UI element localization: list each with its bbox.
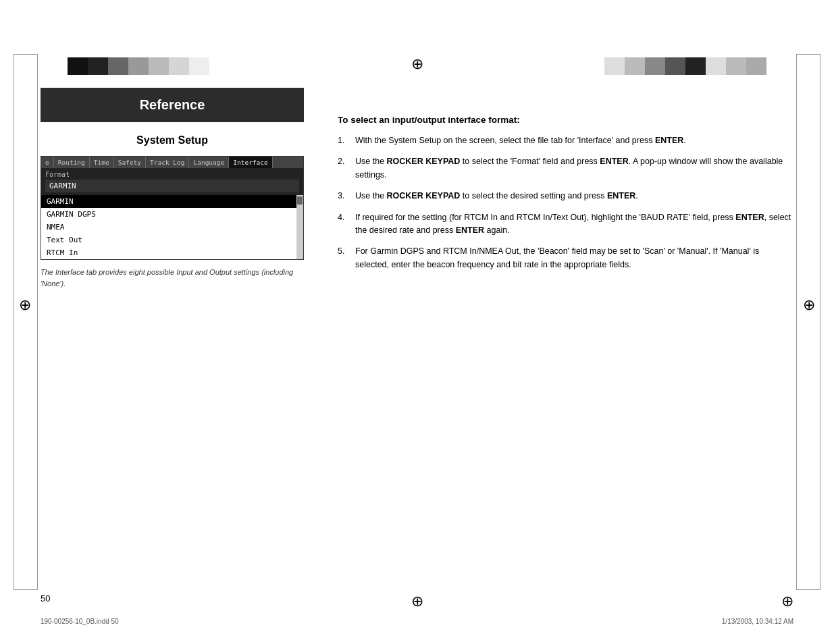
color-block <box>189 57 209 75</box>
bold-enter: ENTER <box>735 213 764 222</box>
corner-mark <box>797 54 820 55</box>
gps-dropdown-container: GARMIN GARMIN DGPS NMEA Text Out RTCM In <box>41 195 303 259</box>
reference-title: Reference <box>140 97 205 112</box>
gps-dropdown-list: GARMIN GARMIN DGPS NMEA Text Out RTCM In <box>41 195 296 259</box>
step-text: With the System Setup on the screen, sel… <box>355 134 793 147</box>
step-text: Use the ROCKER KEYPAD to select the 'For… <box>355 155 793 182</box>
top-color-strip-right <box>604 57 766 75</box>
gps-dd-item-garmin-dgps: GARMIN DGPS <box>41 208 296 221</box>
list-item-3: 3. Use the ROCKER KEYPAD to select the d… <box>338 190 793 203</box>
step-text: If required for the setting (for RTCM In… <box>355 211 793 238</box>
bold-rocker-keypad: ROCKER KEYPAD <box>387 157 461 166</box>
gps-scrollbar <box>296 195 303 259</box>
system-setup-title: System Setup <box>41 134 304 146</box>
footer-left: 190-00256-10_0B.indd 50 <box>41 618 119 625</box>
gps-dd-item-text-out: Text Out <box>41 234 296 246</box>
corner-mark <box>14 54 37 55</box>
gps-screen-caption: The Interface tab provides eight possibl… <box>41 267 304 289</box>
color-block <box>149 57 169 75</box>
corner-mark <box>797 589 820 590</box>
footer-right: 1/13/2003, 10:34:12 AM <box>722 618 793 625</box>
bold-enter: ENTER <box>600 157 628 166</box>
list-item-2: 2. Use the ROCKER KEYPAD to select the '… <box>338 155 793 182</box>
gps-field-label: Format <box>41 168 303 180</box>
section-heading: To select an input/output interface form… <box>338 115 793 125</box>
gps-tab-e: e <box>41 157 54 168</box>
color-block <box>88 57 108 75</box>
gps-field-value: GARMIN <box>45 180 299 192</box>
bold-enter: ENTER <box>655 136 683 145</box>
color-block <box>625 57 645 75</box>
crosshair-top-center: ⊕ <box>411 55 423 73</box>
crosshair-bottom-center: ⊕ <box>411 593 423 610</box>
step-number: 5. <box>338 245 350 271</box>
gps-tab-language: Language <box>189 157 229 168</box>
bold-enter: ENTER <box>456 225 484 235</box>
color-block <box>665 57 685 75</box>
gps-tab-interface: Interface <box>229 157 272 168</box>
color-block <box>108 57 128 75</box>
left-column: Reference System Setup e Routing Time Sa… <box>41 88 304 289</box>
gps-dd-item-rtcm-in: RTCM In <box>41 246 296 259</box>
step-number: 4. <box>338 211 350 238</box>
color-block <box>726 57 746 75</box>
step-number: 1. <box>338 134 350 147</box>
right-column: To select an input/output interface form… <box>338 115 793 279</box>
corner-mark <box>14 589 37 590</box>
scrollbar-thumb <box>297 196 303 205</box>
step-number: 3. <box>338 190 350 203</box>
color-block <box>706 57 726 75</box>
list-item-1: 1. With the System Setup on the screen, … <box>338 134 793 147</box>
gps-dd-item-garmin: GARMIN <box>41 195 296 208</box>
color-block <box>169 57 189 75</box>
gps-tab-time: Time <box>90 157 114 168</box>
bold-enter: ENTER <box>607 191 635 200</box>
margin-line <box>14 54 14 590</box>
list-item-5: 5. For Garmin DGPS and RTCM In/NMEA Out,… <box>338 245 793 271</box>
margin-line <box>37 54 38 590</box>
list-item-4: 4. If required for the setting (for RTCM… <box>338 211 793 238</box>
color-block <box>604 57 625 75</box>
top-color-strip-left <box>68 57 209 75</box>
step-text: For Garmin DGPS and RTCM In/NMEA Out, th… <box>355 245 793 271</box>
reference-box: Reference <box>41 88 304 122</box>
gps-tab-tracklog: Track Log <box>146 157 189 168</box>
gps-screen: e Routing Time Safety Track Log Language… <box>41 156 304 260</box>
margin-line <box>820 54 820 590</box>
gps-tab-safety: Safety <box>114 157 146 168</box>
page-number: 50 <box>41 593 50 603</box>
instructions-list: 1. With the System Setup on the screen, … <box>338 134 793 271</box>
color-block <box>68 57 88 75</box>
gps-tabs: e Routing Time Safety Track Log Language… <box>41 157 303 168</box>
crosshair-left: ⊕ <box>19 296 31 314</box>
crosshair-right: ⊕ <box>803 296 815 314</box>
page: ⊕ Reference System Setup e Routing Time … <box>0 0 834 644</box>
step-text: Use the ROCKER KEYPAD to select the desi… <box>355 190 793 203</box>
gps-tab-routing: Routing <box>54 157 90 168</box>
crosshair-bottom-right: ⊕ <box>781 593 793 610</box>
bold-rocker-keypad: ROCKER KEYPAD <box>387 191 461 200</box>
color-block <box>128 57 149 75</box>
color-block <box>685 57 706 75</box>
color-block <box>645 57 665 75</box>
gps-dd-item-nmea: NMEA <box>41 221 296 234</box>
margin-line <box>796 54 797 590</box>
step-number: 2. <box>338 155 350 182</box>
color-block <box>746 57 766 75</box>
